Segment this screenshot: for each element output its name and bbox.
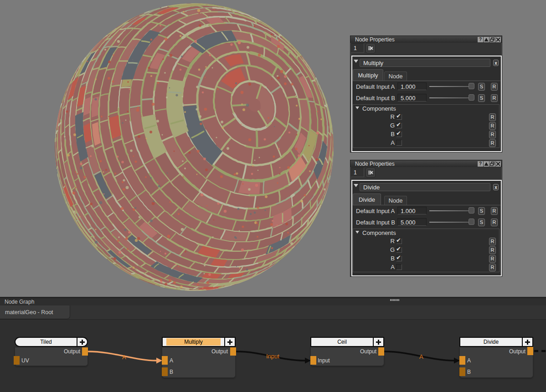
svg-text:A: A (419, 353, 423, 360)
svg-text:A: A (122, 354, 126, 361)
svg-text:Input: Input (266, 353, 279, 360)
